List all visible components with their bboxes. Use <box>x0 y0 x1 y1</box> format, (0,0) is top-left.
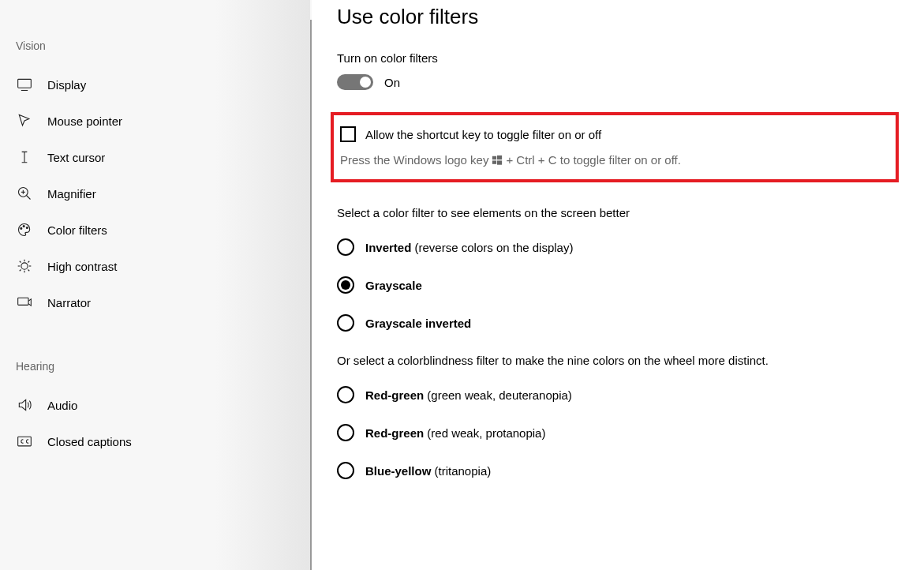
radio-button[interactable] <box>337 462 354 479</box>
sidebar: Vision Display Mouse pointer Text cursor… <box>0 0 312 570</box>
toggle-state-text: On <box>384 76 400 89</box>
radio-label: Grayscale inverted <box>365 317 471 330</box>
narrator-icon <box>16 294 33 311</box>
audio-icon <box>16 396 33 414</box>
radio-label: Red-green (green weak, deuteranopia) <box>365 388 572 402</box>
sidebar-item-label: Closed captions <box>47 435 132 448</box>
sidebar-item-label: Audio <box>47 399 77 412</box>
radio-tritanopia[interactable]: Blue-yellow (tritanopia) <box>337 462 892 479</box>
closed-captions-icon <box>16 433 33 450</box>
magnifier-icon <box>16 185 33 202</box>
sidebar-item-magnifier[interactable]: Magnifier <box>14 175 312 212</box>
svg-line-15 <box>20 261 21 263</box>
text-cursor-icon <box>16 148 33 166</box>
svg-rect-23 <box>492 160 496 163</box>
radio-grayscale[interactable]: Grayscale <box>337 276 892 294</box>
svg-line-18 <box>28 261 30 263</box>
sidebar-item-label: Text cursor <box>47 151 105 164</box>
colorblind-section-text: Or select a colorblindness filter to mak… <box>337 352 779 369</box>
radio-deuteranopia[interactable]: Red-green (green weak, deuteranopia) <box>337 386 892 403</box>
sidebar-item-label: High contrast <box>47 260 117 273</box>
shortcut-hint-after: + Ctrl + C to toggle filter on or off. <box>506 153 681 167</box>
toggle-knob <box>360 77 371 88</box>
svg-rect-24 <box>497 160 502 164</box>
page-title: Use color filters <box>337 5 892 29</box>
radio-button[interactable] <box>337 238 354 256</box>
svg-rect-20 <box>18 437 32 446</box>
sidebar-item-display[interactable]: Display <box>14 66 312 103</box>
radio-label: Red-green (red weak, protanopia) <box>365 426 545 440</box>
shortcut-hint-before: Press the Windows logo key <box>340 153 488 167</box>
mouse-pointer-icon <box>16 112 33 129</box>
sidebar-item-audio[interactable]: Audio <box>14 387 312 423</box>
svg-line-4 <box>27 196 31 200</box>
radio-label: Blue-yellow (tritanopia) <box>365 464 491 478</box>
radio-button[interactable] <box>337 314 354 332</box>
sidebar-group-vision: Vision <box>14 39 312 52</box>
shortcut-highlight-box: Allow the shortcut key to toggle filter … <box>331 112 899 182</box>
color-filters-toggle[interactable] <box>337 74 373 90</box>
svg-rect-21 <box>492 156 496 159</box>
radio-button[interactable] <box>337 424 354 441</box>
sidebar-item-label: Display <box>47 78 86 92</box>
shortcut-checkbox[interactable] <box>340 126 356 142</box>
shortcut-checkbox-label: Allow the shortcut key to toggle filter … <box>365 128 601 141</box>
main-content: Use color filters Turn on color filters … <box>312 0 924 570</box>
radio-button[interactable] <box>337 386 354 403</box>
svg-point-10 <box>21 263 28 269</box>
sidebar-item-label: Narrator <box>47 296 91 309</box>
filter-section-text: Select a color filter to see elements on… <box>337 204 779 221</box>
sidebar-item-high-contrast[interactable]: High contrast <box>14 248 312 284</box>
radio-grayscale-inverted[interactable]: Grayscale inverted <box>337 314 892 332</box>
svg-rect-19 <box>18 298 28 305</box>
radio-inverted[interactable]: Inverted (reverse colors on the display) <box>337 238 892 256</box>
radio-button[interactable] <box>337 276 354 294</box>
svg-line-17 <box>20 270 21 272</box>
radio-label: Inverted (reverse colors on the display) <box>365 241 573 254</box>
svg-point-8 <box>23 225 24 227</box>
radio-label: Grayscale <box>365 279 422 292</box>
svg-rect-22 <box>497 155 502 159</box>
svg-point-9 <box>26 227 28 229</box>
sidebar-item-mouse-pointer[interactable]: Mouse pointer <box>14 103 312 139</box>
sidebar-item-label: Magnifier <box>47 187 96 201</box>
shortcut-hint: Press the Windows logo key + Ctrl + C to… <box>340 153 883 167</box>
radio-protanopia[interactable]: Red-green (red weak, protanopia) <box>337 424 892 441</box>
sidebar-item-label: Color filters <box>47 223 107 237</box>
sidebar-item-text-cursor[interactable]: Text cursor <box>14 139 312 175</box>
sidebar-item-label: Mouse pointer <box>47 114 122 128</box>
sidebar-item-closed-captions[interactable]: Closed captions <box>14 423 312 459</box>
toggle-label: Turn on color filters <box>337 51 892 65</box>
svg-line-16 <box>28 270 30 272</box>
sidebar-item-color-filters[interactable]: Color filters <box>14 212 312 248</box>
sidebar-group-hearing: Hearing <box>14 360 312 373</box>
high-contrast-icon <box>16 257 33 275</box>
sidebar-scrollbar[interactable] <box>310 20 312 570</box>
svg-rect-0 <box>18 79 32 88</box>
color-filters-icon <box>16 221 33 238</box>
sidebar-item-narrator[interactable]: Narrator <box>14 284 312 321</box>
svg-point-7 <box>21 227 22 229</box>
windows-key-icon <box>492 155 503 166</box>
display-icon <box>16 76 33 93</box>
